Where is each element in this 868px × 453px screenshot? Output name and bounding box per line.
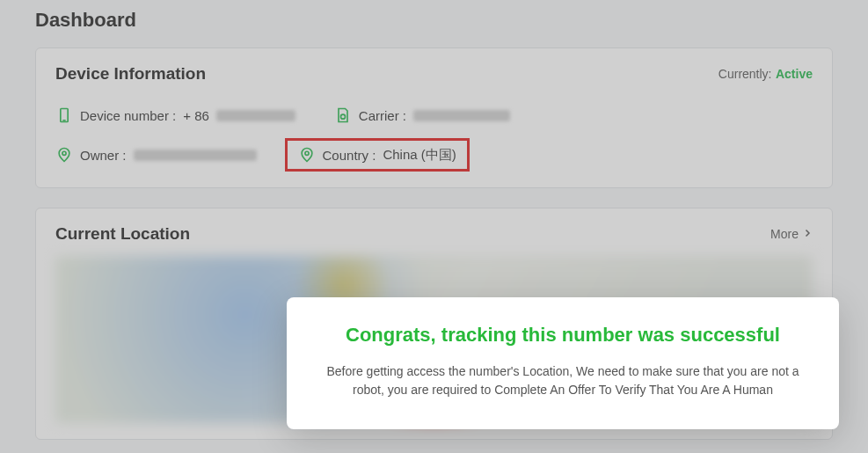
- svg-point-3: [62, 151, 66, 155]
- modal-body: Before getting access the number's Locat…: [315, 362, 811, 399]
- device-number-label: Device number :: [80, 108, 176, 123]
- svg-point-4: [304, 151, 308, 155]
- more-link[interactable]: More: [770, 227, 813, 241]
- country-item: Country : China (中国): [285, 138, 470, 172]
- status-label: Currently:: [718, 67, 772, 81]
- page-title: Dashboard: [35, 9, 833, 32]
- owner-redacted: [134, 150, 257, 161]
- device-info-card: Device Information Currently: Active Dev…: [35, 47, 833, 188]
- carrier-redacted: [413, 110, 510, 121]
- device-number-item: Device number : + 86: [55, 106, 295, 124]
- device-info-title: Device Information: [55, 64, 206, 84]
- device-number-value: + 86: [183, 108, 209, 123]
- carrier-item: Carrier :: [334, 106, 510, 124]
- pin-icon: [298, 146, 316, 164]
- current-location-title: Current Location: [55, 224, 190, 244]
- pin-icon: [55, 146, 73, 164]
- owner-item: Owner :: [55, 146, 257, 164]
- more-label: More: [770, 227, 799, 241]
- device-number-redacted: [216, 110, 295, 121]
- sim-icon: [334, 106, 352, 124]
- phone-icon: [55, 106, 73, 124]
- country-value: China (中国): [383, 147, 456, 164]
- owner-label: Owner :: [80, 148, 127, 163]
- verify-modal: Congrats, tracking this number was succe…: [287, 297, 839, 429]
- chevron-right-icon: [802, 227, 813, 241]
- device-status: Currently: Active: [718, 66, 813, 82]
- svg-point-2: [340, 114, 345, 119]
- country-label: Country :: [323, 148, 376, 163]
- status-value: Active: [776, 67, 813, 81]
- carrier-label: Carrier :: [359, 108, 406, 123]
- modal-title: Congrats, tracking this number was succe…: [315, 324, 811, 347]
